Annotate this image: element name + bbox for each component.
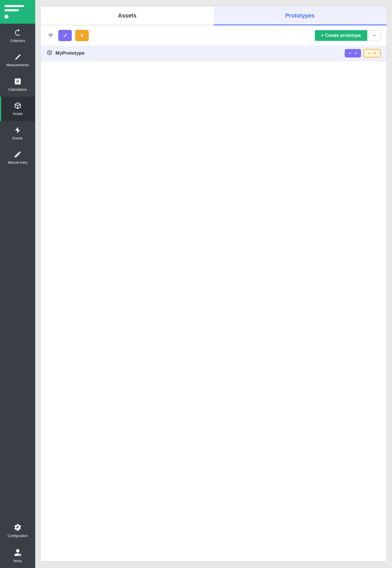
active-indicator	[0, 97, 1, 121]
filter-button[interactable]	[46, 31, 55, 40]
calculator-icon	[14, 77, 22, 85]
create-prototype-dropdown[interactable]	[368, 30, 381, 41]
main-content: Assets Prototypes	[35, 0, 392, 568]
tab-assets[interactable]: Assets	[41, 7, 214, 25]
sidebar-item-label-calculations: Calculations	[8, 88, 27, 92]
sidebar-item-label-measurements: Measurements	[6, 63, 29, 67]
prototype-name: MyPrototype	[55, 50, 342, 56]
sidebar-header	[0, 0, 35, 24]
tag-yellow-event[interactable]	[75, 30, 89, 41]
sidebar-item-calculations[interactable]: Calculations	[0, 72, 35, 97]
tag-purple-measurement[interactable]	[58, 30, 72, 41]
sidebar-item-label-assets: Assets	[12, 112, 23, 116]
sidebar-item-factry[interactable]: factry	[0, 543, 35, 568]
sidebar-item-collectors[interactable]: Collectors	[0, 24, 35, 48]
content-area	[41, 61, 386, 561]
sidebar-item-manual-entry[interactable]: Manual entry	[0, 145, 35, 170]
bolt-icon	[14, 126, 22, 134]
pencil-icon	[14, 150, 22, 158]
prototype-actions	[345, 49, 381, 57]
main-panel: Assets Prototypes	[41, 7, 386, 561]
add-measurement-button[interactable]	[345, 49, 361, 57]
header-dot	[5, 15, 8, 19]
tab-prototypes[interactable]: Prototypes	[214, 7, 387, 25]
ruler-icon	[14, 53, 22, 61]
header-bar-1	[5, 5, 24, 7]
sidebar-item-assets[interactable]: Assets	[0, 97, 35, 121]
sidebar-item-label-configuration: Configuration	[8, 534, 28, 538]
sidebar-item-label-collectors: Collectors	[10, 39, 25, 43]
box-icon	[14, 102, 22, 110]
header-bar-2	[5, 9, 19, 11]
sidebar-nav: Collectors Measurements Calculations	[0, 24, 35, 568]
prototype-row[interactable]: MyPrototype	[41, 46, 386, 61]
history-icon	[14, 29, 22, 37]
sidebar-item-events[interactable]: Events	[0, 121, 35, 145]
toolbar: + Create prototype	[41, 25, 386, 46]
sidebar-item-measurements[interactable]: Measurements	[0, 48, 35, 72]
toolbar-right: + Create prototype	[315, 30, 381, 41]
add-event-button[interactable]	[363, 49, 381, 57]
create-prototype-button[interactable]: + Create prototype	[315, 30, 367, 41]
prototype-cube-icon	[46, 50, 53, 57]
gears-icon	[14, 523, 22, 532]
sidebar-item-label-manual-entry: Manual entry	[8, 161, 27, 165]
sidebar-item-configuration[interactable]: Configuration	[0, 518, 35, 543]
sidebar: Collectors Measurements Calculations	[0, 0, 35, 568]
tabs-container: Assets Prototypes	[41, 7, 386, 25]
user-gear-icon	[14, 548, 22, 557]
sidebar-item-label-factry: factry	[14, 559, 22, 563]
sidebar-item-label-events: Events	[12, 136, 23, 140]
